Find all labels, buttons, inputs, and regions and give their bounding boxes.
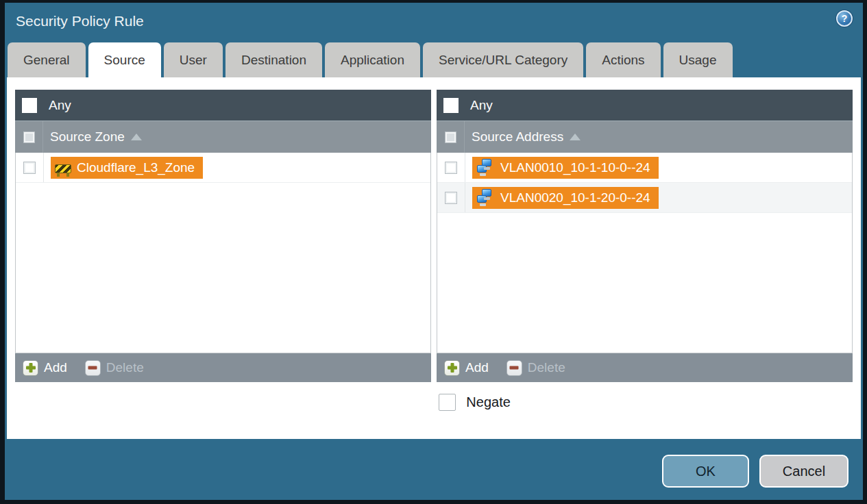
tab-service-url-category[interactable]: Service/URL Category <box>423 42 583 77</box>
source-zone-delete-button[interactable]: Delete <box>85 360 144 376</box>
tab-application[interactable]: Application <box>325 42 420 77</box>
tab-source[interactable]: Source <box>88 42 161 77</box>
minus-icon <box>506 360 522 376</box>
source-address-delete-button[interactable]: Delete <box>506 360 565 376</box>
source-zone-row-checkbox[interactable] <box>23 162 36 174</box>
source-zone-any-label: Any <box>49 98 71 113</box>
source-zone-footer: Add Delete <box>15 353 431 382</box>
source-tab-content: Any Source Zone Cloudflare_L3_Zone <box>7 77 861 439</box>
source-zone-any-header: Any <box>15 90 431 121</box>
sort-ascending-icon <box>131 134 142 140</box>
source-address-item-label: VLAN0020_10-1-20-0--24 <box>500 190 650 205</box>
source-zone-list: Cloudflare_L3_Zone <box>15 153 431 353</box>
source-address-any-checkbox[interactable] <box>443 98 459 113</box>
zone-icon <box>55 164 71 173</box>
source-zone-any-checkbox[interactable] <box>22 98 37 113</box>
source-zone-select-all-checkbox[interactable] <box>23 131 35 143</box>
security-policy-rule-dialog: Security Policy Rule ? General Source Us… <box>5 3 863 500</box>
source-zone-column-header[interactable]: Source Zone <box>15 121 431 153</box>
negate-row: Negate <box>439 394 853 411</box>
tab-general[interactable]: General <box>8 42 86 77</box>
dialog-title: Security Policy Rule <box>16 13 144 29</box>
dialog-button-row: OK Cancel <box>662 455 848 488</box>
tab-user[interactable]: User <box>164 42 223 77</box>
sort-ascending-icon <box>570 134 581 140</box>
source-zone-row[interactable]: Cloudflare_L3_Zone <box>16 153 430 183</box>
source-address-row-checkbox[interactable] <box>445 192 457 204</box>
tab-actions[interactable]: Actions <box>586 42 660 77</box>
source-address-column-header[interactable]: Source Address <box>437 121 853 153</box>
source-zone-item-label: Cloudflare_L3_Zone <box>77 160 195 175</box>
source-address-add-button[interactable]: Add <box>444 360 489 376</box>
network-icon <box>476 158 495 177</box>
source-address-select-all-checkbox[interactable] <box>445 131 456 143</box>
tab-destination[interactable]: Destination <box>225 42 322 77</box>
title-bar: Security Policy Rule ? <box>5 3 863 42</box>
minus-icon <box>85 360 101 376</box>
plus-icon <box>23 360 38 376</box>
source-address-row[interactable]: VLAN0010_10-1-10-0--24 <box>437 153 852 183</box>
source-address-item[interactable]: VLAN0010_10-1-10-0--24 <box>472 157 659 179</box>
plus-icon <box>444 360 460 376</box>
ok-button[interactable]: OK <box>662 455 749 488</box>
negate-checkbox[interactable] <box>439 394 456 411</box>
source-zone-column-title: Source Zone <box>50 129 125 144</box>
negate-label: Negate <box>466 394 511 410</box>
network-icon <box>476 188 495 207</box>
source-zone-panel: Any Source Zone Cloudflare_L3_Zone <box>15 90 431 382</box>
tab-usage[interactable]: Usage <box>663 42 733 77</box>
source-address-panel: Any Source Address VLAN0010_10-1-1 <box>437 90 853 382</box>
source-address-list: VLAN0010_10-1-10-0--24 VLAN0020_10-1-20-… <box>437 153 853 353</box>
source-address-footer: Add Delete <box>437 353 853 382</box>
tab-bar: General Source User Destination Applicat… <box>5 42 863 77</box>
source-address-item[interactable]: VLAN0020_10-1-20-0--24 <box>472 187 659 209</box>
source-address-row[interactable]: VLAN0020_10-1-20-0--24 <box>437 183 852 213</box>
source-address-any-header: Any <box>437 90 853 121</box>
source-address-row-checkbox[interactable] <box>445 162 457 174</box>
source-address-any-label: Any <box>470 98 493 113</box>
help-icon[interactable]: ? <box>836 10 853 27</box>
source-zone-item[interactable]: Cloudflare_L3_Zone <box>51 157 203 179</box>
source-address-column-title: Source Address <box>472 129 563 144</box>
cancel-button[interactable]: Cancel <box>759 455 848 488</box>
source-zone-add-button[interactable]: Add <box>23 360 67 376</box>
source-address-item-label: VLAN0010_10-1-10-0--24 <box>500 160 650 175</box>
